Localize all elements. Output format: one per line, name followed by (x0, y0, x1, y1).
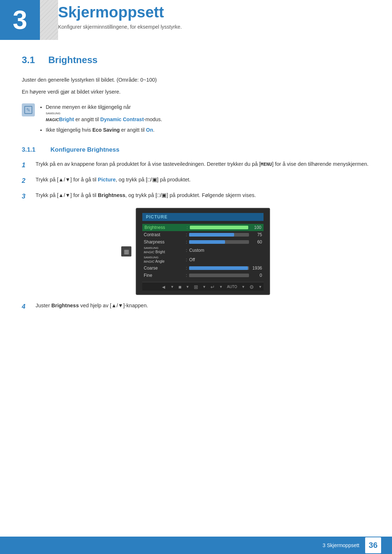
menu-item-contrast: Contrast : 75 (144, 231, 262, 238)
nav-label-5: ▼ (241, 285, 245, 289)
nav-label-6: ▼ (258, 285, 262, 289)
dynamic-contrast-label: Dynamic Contrast (100, 116, 144, 122)
samsung-label: SAMSUNG (46, 112, 162, 115)
nav-label-1: ▼ (170, 285, 174, 289)
menu-item-magic-angle: SAMSUNG MAGIC Angle : Off (144, 255, 262, 264)
note-icon (22, 103, 35, 116)
section-desc-2: En høyere verdi gjør at bildet virker ly… (22, 88, 370, 96)
section-desc-1: Juster den generelle lysstyrken til bild… (22, 76, 370, 84)
sep2: : (186, 232, 187, 237)
contrast-fill (189, 233, 234, 237)
monitor-icon: ▦ (121, 246, 131, 257)
magic-angle-value: Off (189, 257, 195, 262)
subsection-311-title: Konfigurere Brightness (50, 146, 119, 153)
magic-label: MAGIC (46, 118, 59, 122)
picture-menu-outer: PICTURE Brightness : 100 (136, 208, 270, 295)
menu-item-fine: Fine : 0 (144, 272, 262, 279)
samsung-sup: SAMSUNG (144, 247, 184, 250)
step-2-number: 2 (22, 176, 30, 186)
chapter-title-area: Skjermoppsett Konfigurer skjerminnstilli… (58, 4, 381, 30)
magic-angle-label: SAMSUNG MAGIC Angle (144, 256, 184, 263)
fine-bar (189, 274, 249, 277)
step-2-text: Trykk på [▲/▼] for å gå til Picture, og … (36, 176, 370, 184)
picture-menu-wrapper: ▦ PICTURE Brightness : (136, 208, 270, 295)
contrast-bar (189, 233, 249, 237)
nav-label-2: ▼ (186, 285, 189, 289)
nav-icon-5: ⚙ (249, 284, 254, 290)
bright-label: Bright (59, 116, 74, 122)
step-2: 2 Trykk på [▲/▼] for å gå til Picture, o… (22, 176, 370, 186)
subsection-311-number: 3.1.1 (22, 146, 45, 153)
sep5: : (186, 257, 187, 262)
step-4-text: Juster Brightness ved hjelp av [▲/▼]-kna… (36, 301, 370, 310)
fine-menu-label: Fine (144, 273, 184, 278)
note-box: Denne menyen er ikke tilgjengelig når SA… (22, 103, 370, 136)
coarse-bar (189, 266, 249, 270)
magic-sup2: MAGIC (144, 260, 155, 263)
main-content: 3.1 Brightness Juster den generelle lyss… (0, 40, 392, 346)
samsung-sup2: SAMSUNG (144, 256, 184, 259)
menu-item-brightness: Brightness : 100 (142, 224, 264, 231)
top-header: 3 Skjermoppsett Konfigurer skjerminnstil… (0, 0, 392, 40)
menu-item-coarse: Coarse : 1936 (144, 264, 262, 272)
note-item-2: Ikke tilgjengelig hvis Eco Saving er ang… (46, 126, 162, 135)
footer-page-number: 36 (365, 537, 381, 553)
chapter-number: 3 (13, 7, 27, 33)
nav-icon-2: ■ (178, 284, 181, 290)
section-31-number: 3.1 (22, 54, 42, 66)
nav-label-4: ▼ (219, 285, 223, 289)
magic-bright-value: Custom (189, 248, 204, 253)
sep1: : (187, 225, 188, 230)
nav-icon-4: ↵ (211, 284, 215, 290)
pencil-icon (24, 106, 32, 114)
page-wrapper: 3 Skjermoppsett Konfigurer skjerminnstil… (0, 0, 392, 554)
contrast-value: 75 (249, 232, 262, 237)
page-footer: 3 Skjermoppsett 36 (0, 537, 392, 554)
picture-menu-title: PICTURE (142, 213, 264, 221)
note-list: Denne menyen er ikke tilgjengelig når SA… (39, 103, 162, 136)
nav-icon-3: ⊞ (194, 284, 198, 290)
step-3: 3 Trykk på [▲/▼] for å gå til Brightness… (22, 191, 370, 202)
picture-menu-container: ▦ PICTURE Brightness : (36, 208, 370, 295)
step-3-text: Trykk på [▲/▼] for å gå til Brightness, … (36, 191, 370, 200)
eco-saving-label: Eco Saving (92, 127, 119, 133)
chapter-number-box: 3 (0, 0, 40, 40)
contrast-menu-label: Contrast (144, 232, 184, 237)
sep4: : (186, 248, 187, 253)
auto-label: AUTO (227, 285, 237, 289)
brightness-menu-label: Brightness (144, 225, 184, 230)
step-1: 1 Trykk på en av knappene foran på produ… (22, 160, 370, 171)
step-4: 4 Juster Brightness ved hjelp av [▲/▼]-k… (22, 301, 370, 312)
footer-text: 3 Skjermoppsett (323, 542, 359, 548)
sep6: : (186, 266, 187, 271)
monitor-symbol: ▦ (124, 248, 129, 255)
chapter-subtitle: Konfigurer skjerminnstillingene, for eks… (58, 24, 381, 30)
subsection-311-header: 3.1.1 Konfigurere Brightness (22, 146, 370, 153)
monitor-bottom-bar: ◄ ▼ ■ ▼ ⊞ ▼ ↵ ▼ AUTO ▼ ⚙ ▼ (142, 282, 264, 291)
step-1-number: 1 (22, 160, 30, 171)
step-1-text: Trykk på en av knappene foran på produkt… (36, 160, 370, 168)
menu-kbd: MENU (261, 161, 272, 167)
brightness-fill (190, 226, 248, 229)
brightness-label-step4: Brightness (52, 303, 79, 308)
steps-list: 1 Trykk på en av knappene foran på produ… (22, 160, 370, 201)
menu-item-magic-bright: SAMSUNG MAGIC Bright : Custom (144, 246, 262, 255)
menu-items-area: Brightness : 100 Contrast : (142, 224, 264, 279)
step-4-number: 4 (22, 301, 30, 312)
picture-label: Picture (98, 177, 116, 182)
menu-item-sharpness: Sharpness : 60 (144, 238, 262, 246)
sharpness-value: 60 (249, 239, 262, 245)
note2-text: Ikke tilgjengelig hvis Eco Saving er ang… (46, 127, 155, 133)
brightness-value: 100 (248, 225, 261, 230)
on-label: On (146, 127, 153, 133)
sharpness-bar (189, 240, 249, 244)
step-3-number: 3 (22, 191, 30, 202)
nav-label-3: ▼ (203, 285, 206, 289)
sharpness-menu-label: Sharpness (144, 239, 184, 245)
coarse-value: 1936 (249, 266, 262, 271)
note1-text-before: Denne menyen er ikke tilgjengelig når SA… (46, 104, 162, 122)
coarse-menu-label: Coarse (144, 266, 184, 271)
sep7: : (186, 273, 187, 278)
sep3: : (186, 239, 187, 245)
section-31-title: Brightness (48, 54, 98, 66)
